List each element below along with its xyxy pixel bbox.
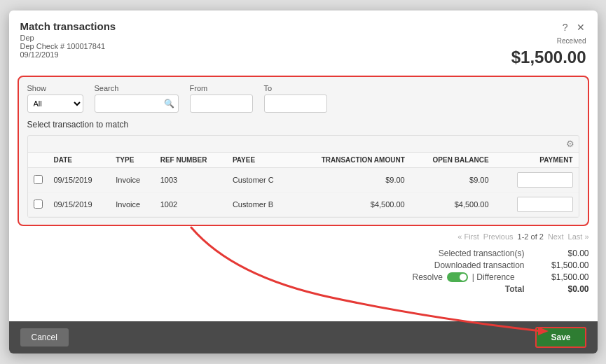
transaction-amount-col-header: TRANSACTION AMOUNT xyxy=(292,153,411,168)
from-date-input[interactable]: 06/04/2019 xyxy=(190,94,253,113)
payee-col-header: PAYEE xyxy=(227,153,292,168)
modal-dep-check: Dep Check # 100017841 xyxy=(20,42,116,50)
row2-checkbox[interactable] xyxy=(34,200,43,209)
row2-date: 09/15/2019 xyxy=(48,192,111,217)
row1-open-balance: $9.00 xyxy=(411,168,495,192)
modal-dep-label: Dep xyxy=(20,34,116,42)
row1-payee: Customer C xyxy=(227,168,292,192)
row1-checkbox[interactable] xyxy=(34,175,43,184)
row2-open-balance: $4,500.00 xyxy=(411,192,495,217)
payment-col-header: PAYMENT xyxy=(495,153,579,168)
total-label: Total xyxy=(413,284,525,294)
selected-transactions-value: $0.00 xyxy=(533,248,589,258)
pagination-next[interactable]: Next xyxy=(548,232,564,241)
row2-payment-input[interactable] xyxy=(517,197,573,212)
from-label: From xyxy=(190,84,253,92)
received-label: Received xyxy=(557,37,586,45)
search-icon: 🔍 xyxy=(164,99,174,108)
downloaded-transaction-label: Downloaded transaction xyxy=(413,260,525,270)
open-balance-col-header: OPEN BALANCE xyxy=(411,153,495,168)
to-label: To xyxy=(264,84,327,92)
selected-transactions-label: Selected transaction(s) xyxy=(413,248,525,258)
save-button[interactable]: Save xyxy=(535,327,586,348)
select-transaction-label: Select transaction to match xyxy=(27,120,579,130)
resolve-toggle[interactable] xyxy=(447,272,468,282)
date-col-header: DATE xyxy=(48,153,111,168)
downloaded-transaction-value: $1,500.00 xyxy=(533,260,589,270)
show-select[interactable]: All xyxy=(27,94,83,113)
close-button[interactable]: ✕ xyxy=(575,20,586,34)
resolve-difference-label: Resolve | Difference xyxy=(413,272,525,282)
checkbox-header-col xyxy=(28,153,48,168)
pagination-previous[interactable]: Previous xyxy=(483,232,514,241)
row1-payment-input[interactable] xyxy=(517,172,573,188)
row1-date: 09/15/2019 xyxy=(48,168,111,192)
row2-type: Invoice xyxy=(110,192,154,217)
row1-transaction-amount: $9.00 xyxy=(292,168,411,192)
to-date-input[interactable]: 09/12/2019 xyxy=(264,94,327,113)
total-value: $0.00 xyxy=(533,284,589,294)
settings-icon[interactable]: ⚙ xyxy=(566,139,574,149)
row2-transaction-amount: $4,500.00 xyxy=(292,192,411,217)
row2-payee: Customer B xyxy=(227,192,292,217)
pagination-last[interactable]: Last » xyxy=(568,232,589,241)
pagination-first[interactable]: « First xyxy=(457,232,479,241)
received-amount: $1,500.00 xyxy=(511,48,586,67)
table-row: 09/15/2019 Invoice 1003 Customer C $9.00… xyxy=(28,168,579,192)
difference-value: $1,500.00 xyxy=(533,272,589,282)
search-label: Search xyxy=(95,84,179,92)
help-button[interactable]: ? xyxy=(561,20,570,34)
show-label: Show xyxy=(27,84,83,92)
row2-ref: 1002 xyxy=(155,192,227,217)
row1-type: Invoice xyxy=(110,168,154,192)
ref-col-header: REF NUMBER xyxy=(155,153,227,168)
pagination-range: 1-2 of 2 xyxy=(518,232,544,241)
modal-date: 09/12/2019 xyxy=(20,50,116,59)
table-row: 09/15/2019 Invoice 1002 Customer B $4,50… xyxy=(28,192,579,217)
cancel-button[interactable]: Cancel xyxy=(20,328,69,346)
row1-ref: 1003 xyxy=(155,168,227,192)
type-col-header: TYPE xyxy=(110,153,154,168)
modal-title: Match transactions xyxy=(20,20,116,32)
